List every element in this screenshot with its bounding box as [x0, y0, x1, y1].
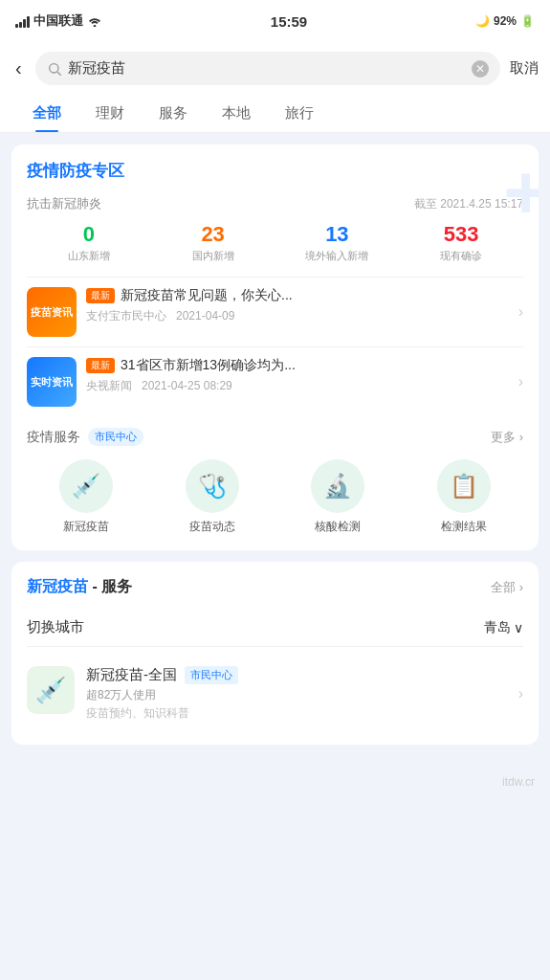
back-button[interactable]: ‹: [11, 54, 26, 83]
service-header: 疫情服务 市民中心 更多 ›: [27, 428, 523, 446]
stat-num-domestic: 23: [151, 222, 275, 247]
footer-watermark: itdw.cr: [0, 768, 550, 804]
nucleic-circle-icon: 🔬: [311, 459, 364, 513]
news-title-row-realtime: 最新 31省区市新增13例确诊均为...: [86, 357, 509, 374]
news-item-vaccine[interactable]: 疫苗 资讯 最新 新冠疫苗常见问题，你关心... 支付宝市民中心 2021-04…: [27, 277, 523, 346]
city-switch: 切换城市 青岛 ∨: [27, 609, 523, 647]
tab-all[interactable]: 全部: [15, 95, 78, 132]
wifi-icon: [87, 15, 102, 27]
cancel-button[interactable]: 取消: [510, 59, 539, 78]
news-title-vaccine: 新冠疫苗常见问题，你关心...: [121, 287, 509, 304]
service-more-button[interactable]: 更多 ›: [491, 429, 523, 446]
service-title-black: - 服务: [92, 578, 132, 594]
signal-icon: [15, 14, 30, 28]
list-desc-vaccine: 疫苗预约、知识科普: [86, 705, 507, 722]
service-icon-label-dynamic: 疫苗动态: [153, 519, 272, 535]
stat-num-imported: 13: [275, 222, 400, 247]
service-card-title: 新冠疫苗 - 服务: [27, 577, 132, 597]
stat-domestic: 23 国内新增: [151, 222, 275, 263]
list-item-vaccine[interactable]: 💉 新冠疫苗-全国 市民中心 超82万人使用 疫苗预约、知识科普 ›: [27, 658, 523, 729]
service-icon-vaccine[interactable]: 💉 新冠疫苗: [27, 459, 145, 535]
stat-imported: 13 境外输入新增: [275, 222, 400, 263]
epidemic-title: 疫情防疫专区: [27, 160, 523, 182]
list-title-row-vaccine: 新冠疫苗-全国 市民中心: [86, 666, 507, 684]
svg-point-1: [49, 63, 57, 72]
stat-desc-domestic: 国内新增: [151, 249, 275, 263]
list-content-vaccine: 新冠疫苗-全国 市民中心 超82万人使用 疫苗预约、知识科普: [86, 666, 507, 722]
news-title-row-vaccine: 最新 新冠疫苗常见问题，你关心...: [86, 287, 509, 304]
news-content-vaccine: 最新 新冠疫苗常见问题，你关心... 支付宝市民中心 2021-04-09: [86, 287, 509, 324]
stat-desc-shandong: 山东新增: [27, 249, 151, 263]
news-icon-vaccine: 疫苗 资讯: [27, 287, 77, 337]
tabs-bar: 全部 理财 服务 本地 旅行: [0, 95, 550, 133]
news-arrow-realtime: ›: [518, 373, 523, 390]
city-switch-value[interactable]: 青岛 ∨: [484, 619, 523, 636]
status-bar: 中国联通 15:59 🌙 92% 🔋: [0, 0, 550, 42]
stat-desc-confirmed: 现有确诊: [399, 249, 523, 263]
news-meta-realtime: 央视新闻 2021-04-25 08:29: [86, 378, 509, 394]
service-icons-grid: 💉 新冠疫苗 🩺 疫苗动态 🔬 核酸检测 📋 检测结果: [27, 459, 523, 535]
clear-button[interactable]: ✕: [472, 60, 489, 78]
news-title-realtime: 31省区市新增13例确诊均为...: [121, 357, 509, 374]
epidemic-card: + 疫情防疫专区 抗击新冠肺炎 截至 2021.4.25 15:17 0 山东新…: [11, 145, 539, 550]
service-icon-nucleic[interactable]: 🔬 核酸检测: [279, 459, 398, 535]
service-icon-dynamic[interactable]: 🩺 疫苗动态: [153, 459, 272, 535]
tab-local[interactable]: 本地: [205, 95, 268, 132]
tab-travel[interactable]: 旅行: [268, 95, 331, 132]
svg-line-2: [57, 72, 61, 76]
service-card: 新冠疫苗 - 服务 全部 › 切换城市 青岛 ∨ 💉 新冠疫苗-全国 市民中心 …: [11, 562, 539, 745]
stat-num-shandong: 0: [27, 222, 151, 247]
list-arrow-vaccine: ›: [518, 685, 523, 702]
service-icon-label-vaccine: 新冠疫苗: [27, 519, 145, 535]
service-all-button[interactable]: 全部 ›: [491, 579, 523, 596]
stats-label: 抗击新冠肺炎: [27, 195, 101, 212]
svg-point-0: [94, 25, 97, 27]
stat-num-confirmed: 533: [399, 222, 523, 247]
search-icon: [47, 61, 62, 77]
news-content-realtime: 最新 31省区市新增13例确诊均为... 央视新闻 2021-04-25 08:…: [86, 357, 509, 394]
list-tag-vaccine: 市民中心: [185, 666, 238, 684]
news-arrow-vaccine: ›: [518, 303, 523, 321]
stat-desc-imported: 境外输入新增: [275, 249, 400, 263]
status-time: 15:59: [271, 13, 307, 30]
tab-service[interactable]: 服务: [142, 95, 205, 132]
service-icon-label-result: 检测结果: [405, 519, 523, 535]
service-header-label: 疫情服务: [27, 429, 80, 446]
stat-confirmed: 533 现有确诊: [399, 222, 523, 263]
stat-shandong: 0 山东新增: [27, 222, 151, 263]
status-carrier: 中国联通: [15, 12, 102, 30]
city-switch-label: 切换城市: [27, 618, 84, 636]
service-icon-label-nucleic: 核酸检测: [279, 519, 398, 535]
result-circle-icon: 📋: [437, 459, 491, 513]
list-title-vaccine: 新冠疫苗-全国: [86, 666, 177, 684]
stats-row: 0 山东新增 23 国内新增 13 境外输入新增 533 现有确诊: [27, 222, 523, 263]
search-input[interactable]: 新冠疫苗: [68, 59, 466, 78]
stats-header: 抗击新冠肺炎 截至 2021.4.25 15:17: [27, 195, 523, 212]
chevron-down-icon: ∨: [514, 620, 523, 635]
vaccine-circle-icon: 💉: [59, 459, 113, 513]
list-icon-vaccine: 💉: [27, 666, 75, 714]
service-title-blue: 新冠疫苗: [27, 578, 88, 594]
news-item-realtime[interactable]: 实时 资讯 最新 31省区市新增13例确诊均为... 央视新闻 2021-04-…: [27, 346, 523, 416]
service-tag: 市民中心: [88, 428, 143, 446]
search-input-wrap[interactable]: 新冠疫苗 ✕: [35, 52, 500, 85]
tab-finance[interactable]: 理财: [78, 95, 142, 132]
dynamic-circle-icon: 🩺: [186, 459, 239, 513]
stats-date: 截至 2021.4.25 15:17: [414, 196, 523, 212]
search-bar: ‹ 新冠疫苗 ✕ 取消: [0, 42, 550, 95]
news-icon-realtime: 实时 资讯: [27, 357, 77, 407]
service-card-header: 新冠疫苗 - 服务 全部 ›: [27, 577, 523, 597]
news-meta-vaccine: 支付宝市民中心 2021-04-09: [86, 308, 509, 324]
status-battery: 🌙 92% 🔋: [475, 14, 535, 28]
service-icon-result[interactable]: 📋 检测结果: [405, 459, 523, 535]
main-content: + 疫情防疫专区 抗击新冠肺炎 截至 2021.4.25 15:17 0 山东新…: [0, 133, 550, 768]
list-subtitle-vaccine: 超82万人使用: [86, 687, 507, 703]
news-badge-vaccine: 最新: [86, 288, 115, 303]
news-badge-realtime: 最新: [86, 358, 115, 373]
